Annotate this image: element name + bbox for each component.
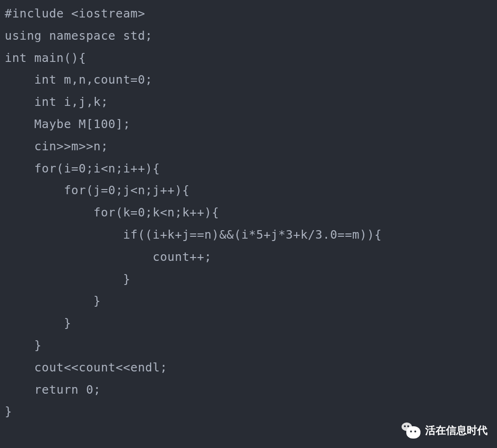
watermark-label: 活在信息时代 — [425, 423, 488, 438]
code-block: #include <iostream> using namespace std;… — [0, 0, 497, 428]
wechat-icon — [402, 422, 420, 439]
watermark: 活在信息时代 — [402, 422, 488, 439]
